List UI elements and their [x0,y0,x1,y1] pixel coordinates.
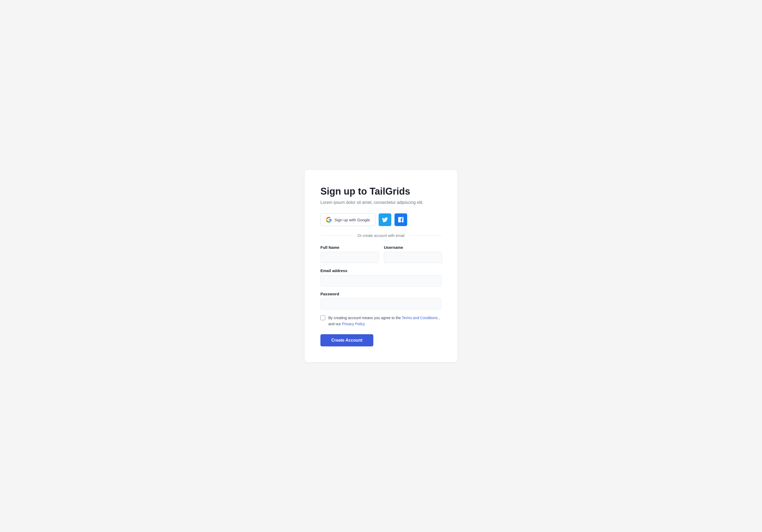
username-group: Username [384,245,442,263]
password-label: Password [320,292,442,296]
facebook-icon [398,217,404,222]
facebook-signup-button[interactable] [395,213,407,226]
email-group: Email address [320,268,442,286]
password-group: Password [320,292,442,310]
email-label: Email address [320,268,442,273]
page-subtitle: Lorem ipsum dolor sit amet, consectetur … [320,200,442,205]
email-input[interactable] [320,275,442,286]
divider: Or create account with email [320,233,442,238]
terms-row: By creating account means you agree to t… [320,315,442,327]
name-username-row: Full Name Username [320,245,442,263]
full-name-input[interactable] [320,252,379,263]
create-account-label: Create Account [331,338,362,342]
terms-checkbox[interactable] [320,315,325,320]
twitter-icon [382,217,388,223]
username-input[interactable] [384,252,442,263]
google-signup-button[interactable]: Sign up with Google [320,213,375,226]
signup-card: Sign up to TailGrids Lorem ipsum dolor s… [304,169,458,363]
page-title: Sign up to TailGrids [320,186,442,197]
create-account-button[interactable]: Create Account [320,334,373,346]
social-buttons-row: Sign up with Google [320,213,442,226]
full-name-label: Full Name [320,245,379,250]
password-input[interactable] [320,298,442,310]
username-label: Username [384,245,442,250]
privacy-policy-link[interactable]: Privacy Policy [342,322,365,326]
google-icon [326,217,332,223]
terms-conditions-link[interactable]: Terms and Conditions [402,316,438,320]
divider-line-right [409,235,442,236]
full-name-group: Full Name [320,245,379,263]
divider-line-left [320,235,353,236]
terms-text: By creating account means you agree to t… [328,315,442,327]
divider-text: Or create account with email [357,233,404,238]
google-button-label: Sign up with Google [335,218,370,222]
twitter-signup-button[interactable] [379,213,391,226]
terms-text-before: By creating account means you agree to t… [328,316,402,320]
